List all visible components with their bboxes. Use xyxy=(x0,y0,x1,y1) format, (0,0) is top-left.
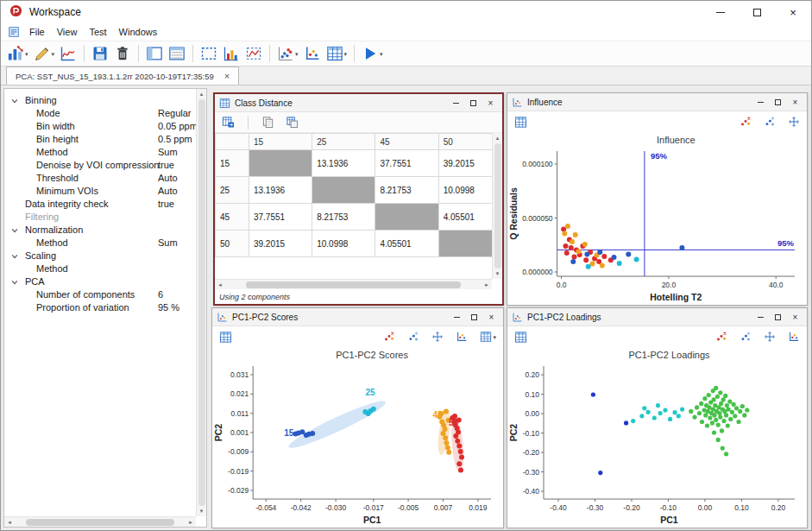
data-point-45[interactable] xyxy=(446,450,451,455)
layout-table-button[interactable] xyxy=(166,42,188,65)
property-value[interactable]: Sum xyxy=(158,147,178,157)
data-point-green-loadings[interactable] xyxy=(700,420,704,424)
data-point-45[interactable] xyxy=(576,249,582,254)
save-button[interactable] xyxy=(89,42,111,65)
data-point-cyan-loadings[interactable] xyxy=(673,410,677,414)
class-distance-titlebar[interactable]: Class Distance × xyxy=(215,94,502,112)
distance-cell[interactable]: 39.2015 xyxy=(249,231,312,257)
data-point-50[interactable] xyxy=(458,468,463,473)
copy-with-headers-button[interactable] xyxy=(283,114,301,131)
menu-file[interactable]: File xyxy=(23,25,51,39)
properties-vertical-scrollbar[interactable]: ▲ ▼ xyxy=(196,89,206,516)
data-point-green-loadings[interactable] xyxy=(745,408,749,412)
select-region-button[interactable] xyxy=(198,42,220,65)
horizontal-scroll-thumb[interactable] xyxy=(26,519,174,526)
axes-button[interactable] xyxy=(453,328,470,345)
property-value[interactable]: true xyxy=(158,199,174,209)
data-point-green-loadings[interactable] xyxy=(724,452,728,456)
close-button[interactable]: × xyxy=(484,311,499,324)
data-point-cyan-loadings[interactable] xyxy=(663,408,667,412)
data-point-50[interactable] xyxy=(572,255,577,260)
minimize-button[interactable] xyxy=(449,97,463,110)
axes-button[interactable] xyxy=(785,328,803,345)
edit-ranges-button[interactable]: ▾ xyxy=(31,42,58,65)
close-button[interactable]: × xyxy=(775,1,811,23)
data-point-blue-loadings[interactable] xyxy=(598,471,602,475)
data-point-15[interactable] xyxy=(310,431,315,436)
distance-cell[interactable]: 37.7551 xyxy=(375,150,438,177)
mark-points-button[interactable] xyxy=(381,328,398,345)
scroll-up-icon[interactable]: ▲ xyxy=(198,90,206,98)
data-point-green-loadings[interactable] xyxy=(707,393,711,397)
data-point-green-loadings[interactable] xyxy=(723,394,727,398)
data-point-green-loadings[interactable] xyxy=(695,405,699,409)
property-row-method[interactable]: Method xyxy=(4,262,206,275)
data-point-green-loadings[interactable] xyxy=(732,402,736,407)
chevron-down-icon[interactable] xyxy=(11,227,18,234)
data-point-50[interactable] xyxy=(583,257,589,262)
minimize-button[interactable] xyxy=(450,311,464,324)
data-point-green-loadings[interactable] xyxy=(734,406,739,410)
point-style-button[interactable] xyxy=(761,113,778,130)
scroll-right-icon[interactable]: ► xyxy=(186,518,195,527)
distance-cell[interactable]: 4.05501 xyxy=(375,231,438,257)
row-header-25[interactable]: 25 xyxy=(216,177,249,204)
data-point-cyan-loadings[interactable] xyxy=(652,415,657,420)
data-point-green-loadings[interactable] xyxy=(710,420,714,425)
data-point-green-loadings[interactable] xyxy=(712,431,716,435)
data-point-50[interactable] xyxy=(564,250,570,256)
minimize-button[interactable] xyxy=(753,311,768,324)
layout-panels-button[interactable] xyxy=(143,42,166,65)
data-point-green-loadings[interactable] xyxy=(714,418,718,422)
property-row-pca[interactable]: PCA xyxy=(4,275,206,288)
data-point-green-loadings[interactable] xyxy=(733,414,737,418)
data-point-45[interactable] xyxy=(565,224,570,229)
crosshair-button[interactable] xyxy=(429,328,446,345)
data-point-45[interactable] xyxy=(600,263,605,269)
property-value[interactable]: 95 % xyxy=(158,302,179,313)
show-table-button[interactable] xyxy=(512,113,530,130)
maximize-button[interactable] xyxy=(771,311,785,324)
workspace-menu-icon[interactable] xyxy=(8,26,20,38)
data-point-green-loadings[interactable] xyxy=(717,411,721,415)
data-point-cyan-loadings[interactable] xyxy=(646,410,651,414)
properties-horizontal-scrollbar[interactable]: ◄ ► xyxy=(4,516,196,527)
mark-points-button[interactable] xyxy=(737,113,754,130)
export-button[interactable] xyxy=(219,114,237,131)
property-row-threshold[interactable]: ThresholdAuto xyxy=(4,172,206,185)
data-point-50[interactable] xyxy=(563,243,569,249)
data-point-45[interactable] xyxy=(444,408,449,414)
row-header-50[interactable]: 50 xyxy=(216,231,249,257)
data-point-green-loadings[interactable] xyxy=(716,438,721,442)
data-point-45[interactable] xyxy=(570,239,575,244)
show-table-button[interactable] xyxy=(512,328,530,345)
horizontal-scroll-thumb[interactable] xyxy=(246,281,461,288)
column-header-15[interactable]: 15 xyxy=(249,134,312,150)
data-point-green-loadings[interactable] xyxy=(703,413,708,417)
scroll-down-icon[interactable]: ▼ xyxy=(198,507,206,515)
data-point-green-loadings[interactable] xyxy=(708,415,712,420)
data-point-45[interactable] xyxy=(443,435,448,440)
scores-chart[interactable]: PC1-PC2 Scores-0.054-0.042-0.030-0.017-0… xyxy=(212,347,503,528)
data-point-green-loadings[interactable] xyxy=(719,401,723,406)
menu-test[interactable]: Test xyxy=(83,25,112,39)
chevron-down-icon[interactable] xyxy=(11,253,18,260)
data-point-25[interactable] xyxy=(586,264,591,269)
data-point-cyan-loadings[interactable] xyxy=(658,411,663,415)
data-point-green-loadings[interactable] xyxy=(718,390,722,395)
data-point-green-loadings[interactable] xyxy=(736,420,740,424)
vertical-scroll-thumb[interactable] xyxy=(494,143,501,269)
data-point-cyan-loadings[interactable] xyxy=(631,419,635,423)
data-point-25[interactable] xyxy=(617,261,622,266)
data-point-cyan-loadings[interactable] xyxy=(680,408,684,412)
loadings-titlebar[interactable]: PC1-PC2 Loadings × xyxy=(507,308,807,326)
column-header-25[interactable]: 25 xyxy=(312,134,375,150)
run-button[interactable]: ▾ xyxy=(359,42,386,65)
data-point-50[interactable] xyxy=(601,254,607,259)
distance-cell[interactable]: 13.1936 xyxy=(312,150,375,177)
data-point-45[interactable] xyxy=(444,440,450,446)
data-point-50[interactable] xyxy=(456,461,462,466)
property-value[interactable]: Auto xyxy=(158,186,178,196)
data-point-25[interactable] xyxy=(371,407,376,412)
scroll-down-icon[interactable]: ▼ xyxy=(494,269,502,278)
